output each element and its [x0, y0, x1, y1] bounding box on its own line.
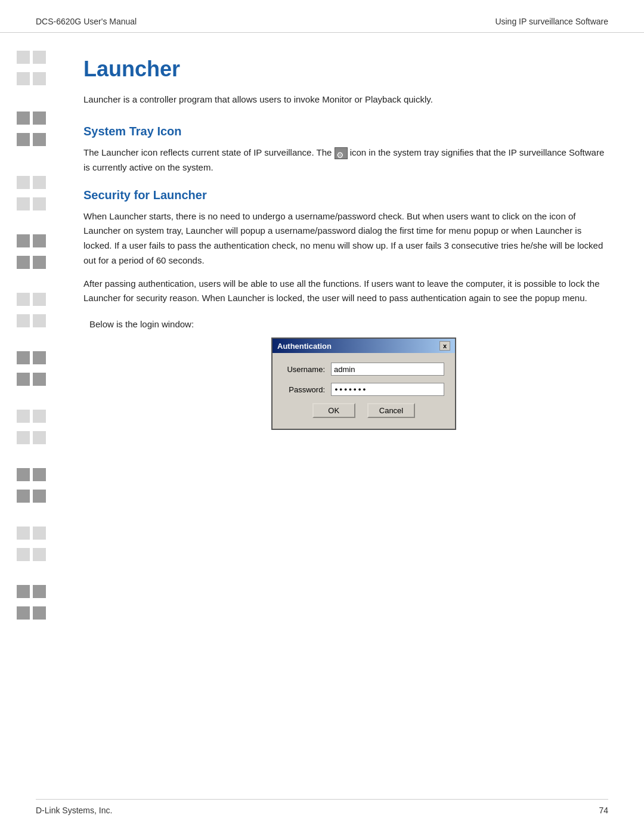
section-text-system-tray: The Launcher icon reflects current state…	[83, 145, 608, 175]
section-text-security: When Launcher starts, there is no need t…	[83, 209, 608, 306]
chapter-title: Launcher	[83, 57, 608, 82]
page-header: DCS-6620G User's Manual Using IP surveil…	[0, 0, 644, 33]
password-row: Password:	[283, 383, 444, 396]
tray-icon	[335, 147, 348, 159]
content-area: Launcher Launcher is a controller progra…	[72, 33, 644, 628]
header-right: Using IP surveillance Software	[495, 17, 608, 26]
ok-button[interactable]: OK	[312, 403, 355, 418]
header-left: DCS-6620G User's Manual	[36, 17, 137, 26]
authentication-dialog: Authentication x Username:	[271, 337, 456, 430]
page-footer: D-Link Systems, Inc. 74	[36, 799, 608, 815]
dialog-titlebar: Authentication x	[273, 339, 455, 353]
intro-text: Launcher is a controller program that al…	[83, 92, 608, 107]
cancel-button[interactable]: Cancel	[367, 403, 415, 418]
username-input[interactable]	[331, 363, 444, 376]
username-row: Username:	[283, 363, 444, 376]
password-input[interactable]	[331, 383, 444, 396]
dialog-buttons: OK Cancel	[283, 403, 444, 420]
password-label: Password:	[283, 385, 331, 394]
login-caption: Below is the login window:	[89, 319, 608, 329]
dialog-title: Authentication	[277, 342, 332, 351]
username-label: Username:	[283, 365, 331, 374]
decorative-sidebar	[0, 33, 72, 628]
footer-right: 74	[599, 806, 608, 815]
main-content: Launcher Launcher is a controller progra…	[0, 33, 644, 676]
section-heading-security: Security for Launcher	[83, 188, 608, 202]
dialog-wrapper: Authentication x Username:	[119, 337, 608, 430]
login-section: Below is the login window: Authenticatio…	[83, 319, 608, 430]
dialog-body: Username: Password: OK Cancel	[273, 353, 455, 429]
footer-left: D-Link Systems, Inc.	[36, 806, 112, 815]
dialog-close-button[interactable]: x	[439, 341, 450, 351]
section-heading-system-tray: System Tray Icon	[83, 125, 608, 138]
